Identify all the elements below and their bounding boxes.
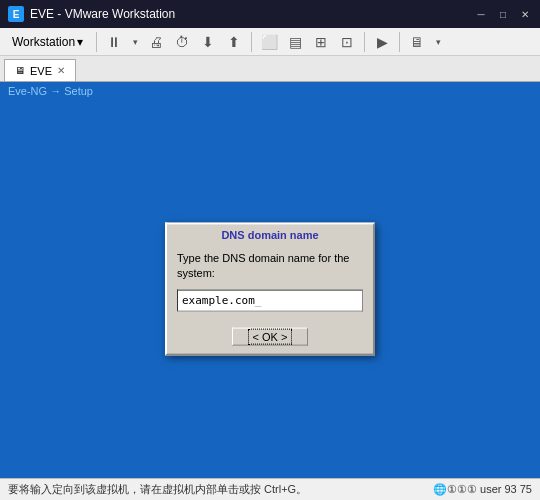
pause-button[interactable]: ⏸ <box>102 31 126 53</box>
display-button[interactable]: 🖥 <box>405 31 429 53</box>
status-text: 要将输入定向到该虚拟机，请在虚拟机内部单击或按 Ctrl+G。 <box>8 482 307 497</box>
download-button[interactable]: ⬇ <box>196 31 220 53</box>
view-button3[interactable]: ⊞ <box>309 31 333 53</box>
workstation-menu[interactable]: Workstation ▾ <box>4 32 91 52</box>
print-button[interactable]: 🖨 <box>144 31 168 53</box>
minimize-button[interactable]: ─ <box>474 7 488 21</box>
eve-tab[interactable]: 🖥 EVE ✕ <box>4 59 76 81</box>
toolbar-separator <box>96 32 97 52</box>
breadcrumb-text: Eve-NG → Setup <box>8 85 93 97</box>
menu-bar: Workstation ▾ ⏸ ▾ 🖨 ⏱ ⬇ ⬆ ⬜ ▤ ⊞ ⊡ ▶ 🖥 ▾ <box>0 28 540 56</box>
workstation-label: Workstation <box>12 35 75 49</box>
breadcrumb: Eve-NG → Setup <box>0 82 540 100</box>
dialog-body: Type the DNS domain name for the system: <box>167 245 373 324</box>
dialog-box: DNS domain name Type the DNS domain name… <box>165 223 375 356</box>
tab-icon: 🖥 <box>15 65 25 76</box>
title-bar: E EVE - VMware Workstation ─ □ ✕ <box>0 0 540 28</box>
dns-domain-input[interactable] <box>177 289 363 311</box>
window-controls: ─ □ ✕ <box>474 7 532 21</box>
status-right: 🌐①①① user 93 75 <box>433 483 532 496</box>
toolbar-separator4 <box>399 32 400 52</box>
tab-label: EVE <box>30 65 52 77</box>
ok-button[interactable]: < OK > <box>232 327 309 345</box>
toolbar-separator2 <box>251 32 252 52</box>
toolbar-separator3 <box>364 32 365 52</box>
close-button[interactable]: ✕ <box>518 7 532 21</box>
tab-close-button[interactable]: ✕ <box>57 65 65 76</box>
status-icons: 🌐①①① user 93 75 <box>433 483 532 496</box>
status-bar: 要将输入定向到该虚拟机，请在虚拟机内部单击或按 Ctrl+G。 🌐①①① use… <box>0 478 540 500</box>
app-icon: E <box>8 6 24 22</box>
view-button1[interactable]: ⬜ <box>257 31 281 53</box>
ok-button-label: < OK > <box>249 329 292 343</box>
upload-button[interactable]: ⬆ <box>222 31 246 53</box>
display-dropdown[interactable]: ▾ <box>431 31 445 53</box>
view-button2[interactable]: ▤ <box>283 31 307 53</box>
tab-bar: 🖥 EVE ✕ <box>0 56 540 82</box>
view-button4[interactable]: ⊡ <box>335 31 359 53</box>
window-title: EVE - VMware Workstation <box>30 7 468 21</box>
terminal-button[interactable]: ▶ <box>370 31 394 53</box>
vm-screen[interactable]: DNS domain name Type the DNS domain name… <box>0 100 540 478</box>
restore-button[interactable]: □ <box>496 7 510 21</box>
dialog-title: DNS domain name <box>167 225 373 245</box>
dialog-body-text: Type the DNS domain name for the system: <box>177 251 363 282</box>
clock-button[interactable]: ⏱ <box>170 31 194 53</box>
dialog-footer: < OK > <box>167 323 373 353</box>
workstation-dropdown-icon: ▾ <box>77 35 83 49</box>
pause-dropdown[interactable]: ▾ <box>128 31 142 53</box>
